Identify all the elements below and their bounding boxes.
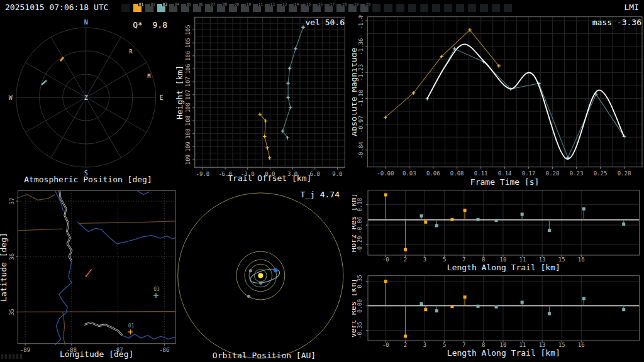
svg-text:109: 109 <box>185 155 191 165</box>
svg-text:7: 7 <box>462 342 465 348</box>
svg-text:35: 35 <box>9 309 15 315</box>
svg-text:11: 11 <box>519 256 526 263</box>
camera-indicator-05: 05 <box>181 2 189 13</box>
camera-indicator <box>372 2 380 13</box>
svg-text:108: 108 <box>185 129 191 139</box>
svg-text:11: 11 <box>519 342 526 348</box>
svg-text:15: 15 <box>558 256 565 263</box>
svg-text:0.23: 0.23 <box>570 170 584 177</box>
svg-text:0.28: 0.28 <box>618 170 631 177</box>
camera-id-label: 15 <box>306 2 311 6</box>
camera-indicator-16: 16 <box>313 2 321 13</box>
camera-indicator <box>468 2 476 13</box>
svg-text:Longitude [deg]: Longitude [deg] <box>60 349 133 359</box>
svg-text:0.25: 0.25 <box>594 170 608 177</box>
svg-text:Trail Offset [km]: Trail Offset [km] <box>228 173 311 183</box>
svg-text:107: 107 <box>185 90 191 100</box>
corner-watermark <box>1 354 23 359</box>
svg-text:37: 37 <box>9 198 15 205</box>
camera-box <box>420 4 428 12</box>
svg-text:15: 15 <box>558 342 565 348</box>
camera-box <box>468 4 476 12</box>
meteor-monitor-screen: 20251015 07:06:18 UTC 010203040506070809… <box>0 0 644 362</box>
atmos-title: Atmospheric Position [deg] <box>0 175 176 184</box>
svg-text:-9.0: -9.0 <box>196 171 210 177</box>
ground-track-map: 0103-89-88-87-86353637Longitude [deg]Lat… <box>0 189 176 362</box>
camera-indicator-03: 03 <box>157 2 165 13</box>
camera-indicator <box>480 2 488 13</box>
camera-indicator-15: 15 <box>301 2 309 13</box>
svg-text:Horz Res [km]: Horz Res [km] <box>352 193 358 252</box>
svg-text:10: 10 <box>499 256 506 263</box>
camera-indicator-09: 09 <box>229 2 237 13</box>
mass-label: mass -3.36 <box>592 18 641 27</box>
svg-text:-0.84: -0.84 <box>358 141 364 158</box>
camera-id-label: 20 <box>365 2 371 6</box>
camera-id-label: 14 <box>294 2 299 6</box>
tisserand-label: T_j 4.74 <box>300 190 340 199</box>
camera-indicator <box>444 2 452 13</box>
svg-text:109: 109 <box>185 141 191 151</box>
camera-id-label: 11 <box>258 2 264 6</box>
camera-indicator-07: 07 <box>205 2 213 13</box>
camera-box <box>372 4 380 12</box>
svg-text:-1.49: -1.49 <box>358 15 364 30</box>
camera-id-label: 05 <box>186 2 192 6</box>
panel-light-curve: -0.000.030.060.080.110.140.170.200.230.2… <box>352 15 644 189</box>
svg-text:105: 105 <box>185 38 191 48</box>
camera-indicator-17: 17 <box>325 2 333 13</box>
velocity-label: vel 50.6 <box>305 18 345 27</box>
svg-text:3: 3 <box>423 342 426 348</box>
svg-text:-0.00: -0.00 <box>377 170 394 177</box>
camera-box <box>492 4 500 12</box>
svg-text:W: W <box>9 94 13 101</box>
svg-text:10: 10 <box>499 342 506 348</box>
camera-indicator <box>456 2 464 13</box>
svg-text:9.0: 9.0 <box>332 171 342 177</box>
svg-text:105: 105 <box>185 25 191 35</box>
camera-box <box>444 4 452 12</box>
svg-text:108: 108 <box>185 116 191 126</box>
svg-text:13: 13 <box>539 342 546 348</box>
svg-text:-1.10: -1.10 <box>358 90 364 107</box>
magnitude-plot: -0.000.030.060.080.110.140.170.200.230.2… <box>352 15 644 189</box>
camera-id-label: 10 <box>246 2 252 6</box>
svg-text:01: 01 <box>128 323 135 329</box>
camera-box <box>504 4 512 12</box>
svg-text:13: 13 <box>539 256 546 263</box>
camera-indicator-08: 08 <box>217 2 225 13</box>
camera-id-label: 06 <box>198 2 204 6</box>
camera-indicator-04: 04 <box>169 2 177 13</box>
svg-text:8: 8 <box>482 256 485 263</box>
svg-text:-1.23: -1.23 <box>358 64 364 81</box>
camera-indicator-20: 20 <box>360 2 369 13</box>
svg-text:107: 107 <box>185 77 191 87</box>
svg-text:7: 7 <box>462 256 465 263</box>
station-code: LMI <box>625 3 639 12</box>
camera-id-label: 03 <box>162 2 168 6</box>
orbit-title: Orbital Position [AU] <box>176 351 352 360</box>
svg-text:Length Along Trail [km]: Length Along Trail [km] <box>447 263 560 272</box>
camera-id-label: 19 <box>353 2 359 6</box>
camera-status-strip: 0102030405060708091011121314151617181920 <box>121 2 512 13</box>
trail-offset-plot: -9.0-6.0-3.00.03.06.09.01091091081081081… <box>176 15 352 189</box>
svg-text:R: R <box>130 49 133 55</box>
panel-ground-map: 0103-89-88-87-86353637Longitude [deg]Lat… <box>0 189 176 362</box>
svg-text:5: 5 <box>443 342 446 348</box>
camera-id-label: 16 <box>318 2 323 6</box>
svg-text:0.17: 0.17 <box>522 170 536 177</box>
topbar: 20251015 07:06:18 UTC 010203040506070809… <box>0 0 644 15</box>
camera-id-label: 01 <box>138 2 144 6</box>
svg-text:M: M <box>147 74 150 79</box>
camera-indicator-01: 01 <box>133 2 142 13</box>
svg-text:0.11: 0.11 <box>474 170 488 177</box>
svg-text:0.20: 0.20 <box>546 170 560 177</box>
svg-text:2: 2 <box>404 256 407 263</box>
camera-id-label: 02 <box>150 2 156 6</box>
camera-box <box>384 4 392 12</box>
svg-text:Z: Z <box>84 94 88 101</box>
svg-text:Frame Time [s]: Frame Time [s] <box>470 177 540 187</box>
camera-id-label: 09 <box>234 2 240 6</box>
camera-indicator-19: 19 <box>348 2 357 13</box>
svg-text:-89: -89 <box>20 347 30 353</box>
